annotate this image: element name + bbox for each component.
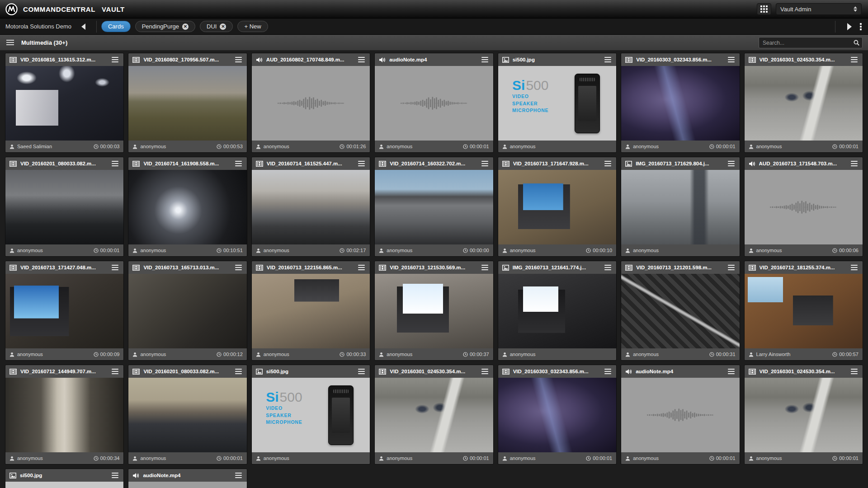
media-thumbnail[interactable] <box>498 378 616 452</box>
media-thumbnail[interactable] <box>128 482 246 488</box>
media-card[interactable]: VID_20160714_161908.558.m... anonymous 0… <box>128 157 246 256</box>
media-card[interactable]: VID_20160713_122156.865.m... anonymous 0… <box>252 261 370 360</box>
card-menu-button[interactable] <box>357 264 366 272</box>
media-card[interactable]: VID_20160714_160322.702.m... anonymous 0… <box>375 157 493 256</box>
media-card[interactable]: VID_20160712_144949.707.m... anonymous 0… <box>5 365 123 464</box>
section-menu-icon[interactable] <box>6 40 14 45</box>
media-card[interactable]: audioNote.mp4 anonymous 00:00:01 <box>621 365 739 464</box>
media-thumbnail[interactable] <box>128 66 246 141</box>
card-menu-button[interactable] <box>234 472 243 479</box>
media-thumbnail[interactable]: Si500 VIDEO SPEAKER MICROPHONE <box>498 66 616 141</box>
card-menu-button[interactable] <box>481 56 489 64</box>
media-thumbnail[interactable] <box>5 66 123 141</box>
card-menu-button[interactable] <box>727 56 736 64</box>
media-thumbnail[interactable]: Si500 VIDEO SPEAKER MICROPHONE <box>252 378 370 452</box>
media-thumbnail[interactable] <box>621 274 739 348</box>
media-card[interactable]: VID_20160713_171427.048.m... anonymous 0… <box>5 261 123 360</box>
search-icon[interactable] <box>854 40 859 46</box>
card-menu-button[interactable] <box>234 160 243 168</box>
card-menu-button[interactable] <box>481 368 489 375</box>
card-menu-button[interactable] <box>604 56 612 64</box>
user-role-select[interactable]: Vault Admin <box>776 3 862 15</box>
media-thumbnail[interactable] <box>375 170 493 244</box>
card-menu-button[interactable] <box>481 160 489 168</box>
media-thumbnail[interactable] <box>128 378 246 452</box>
media-card[interactable]: audioNote.mp4 <box>128 469 246 488</box>
media-thumbnail[interactable] <box>745 66 863 141</box>
media-card[interactable]: VID_20160713_121530.569.m... anonymous 0… <box>375 261 493 360</box>
media-thumbnail[interactable] <box>621 378 739 452</box>
tab-overflow-menu-icon[interactable] <box>859 22 863 31</box>
media-card[interactable]: VID_20160303_032343.856.m... anonymous 0… <box>498 365 616 464</box>
media-thumbnail[interactable] <box>252 274 370 348</box>
card-menu-button[interactable] <box>850 160 859 168</box>
media-card[interactable]: AUD_20160802_170748.849.m... anonymous 0… <box>252 53 370 152</box>
media-thumbnail[interactable] <box>5 378 123 452</box>
media-card[interactable]: VID_20160301_024530.354.m... anonymous 0… <box>375 365 493 464</box>
media-card[interactable]: VID_20160201_080033.082.m... anonymous 0… <box>5 157 123 256</box>
media-card[interactable]: VID_20160201_080033.082.m... anonymous 0… <box>128 365 246 464</box>
scroll-tabs-left-button[interactable] <box>81 23 85 30</box>
media-thumbnail[interactable] <box>745 170 863 244</box>
tab-dui[interactable]: DUI ✕ <box>200 21 233 32</box>
media-card[interactable]: VID_20160713_165713.013.m... anonymous 0… <box>128 261 246 360</box>
card-menu-button[interactable] <box>604 264 612 272</box>
media-card[interactable]: VID_20160301_024530.354.m... anonymous 0… <box>745 365 863 464</box>
tab-pendingpurge[interactable]: PendingPurge ✕ <box>135 21 195 32</box>
card-menu-button[interactable] <box>850 56 859 64</box>
card-menu-button[interactable] <box>111 368 119 375</box>
media-thumbnail[interactable] <box>745 378 863 452</box>
media-card[interactable]: si500.jpg Si500 VIDEO SPEAKER MICROPHONE… <box>498 53 616 152</box>
media-thumbnail[interactable] <box>5 274 123 348</box>
card-menu-button[interactable] <box>357 368 366 375</box>
media-thumbnail[interactable] <box>621 66 739 141</box>
media-thumbnail[interactable] <box>375 274 493 348</box>
media-thumbnail[interactable] <box>252 170 370 244</box>
tab-cards[interactable]: Cards <box>101 21 131 32</box>
media-thumbnail[interactable] <box>252 66 370 141</box>
media-card[interactable]: VID_20160712_181255.374.m... Larry Ainsw… <box>745 261 863 360</box>
media-thumbnail[interactable] <box>745 274 863 348</box>
media-thumbnail[interactable] <box>621 170 739 244</box>
media-card[interactable]: IMG_20160713_171629.804.j... anonymous <box>621 157 739 256</box>
card-menu-button[interactable] <box>111 264 119 272</box>
media-thumbnail[interactable] <box>375 66 493 141</box>
card-menu-button[interactable] <box>357 56 366 64</box>
media-card[interactable]: IMG_20160713_121641.774.j... anonymous <box>498 261 616 360</box>
card-menu-button[interactable] <box>111 160 119 168</box>
card-menu-button[interactable] <box>850 264 859 272</box>
search-input[interactable] <box>759 40 854 46</box>
media-thumbnail[interactable] <box>375 378 493 452</box>
media-card[interactable]: audioNote.mp4 anonymous 00:00:01 <box>375 53 493 152</box>
scroll-tabs-right-button[interactable] <box>847 23 852 30</box>
card-menu-button[interactable] <box>111 56 119 64</box>
media-thumbnail[interactable]: Si500 VIDEO SPEAKER MICROPHONE <box>5 482 123 488</box>
media-card[interactable]: VID_20160301_024530.354.m... anonymous 0… <box>745 53 863 152</box>
app-launcher-button[interactable] <box>757 3 771 15</box>
new-tab-button[interactable]: + New <box>237 21 268 32</box>
close-tab-icon[interactable]: ✕ <box>220 23 226 30</box>
card-menu-button[interactable] <box>727 160 736 168</box>
media-thumbnail[interactable] <box>498 170 616 244</box>
media-card[interactable]: VID_20160816_113615.312.m... Saeed Salim… <box>5 53 123 152</box>
close-tab-icon[interactable]: ✕ <box>182 23 189 30</box>
card-menu-button[interactable] <box>604 160 612 168</box>
card-menu-button[interactable] <box>481 264 489 272</box>
card-menu-button[interactable] <box>111 472 119 479</box>
media-card[interactable]: si500.jpg Si500 VIDEO SPEAKER MICROPHONE <box>5 469 123 488</box>
card-menu-button[interactable] <box>234 368 243 375</box>
media-thumbnail[interactable] <box>5 170 123 244</box>
media-card[interactable]: VID_20160714_161525.447.m... anonymous 0… <box>252 157 370 256</box>
card-menu-button[interactable] <box>234 264 243 272</box>
card-menu-button[interactable] <box>357 160 366 168</box>
media-thumbnail[interactable] <box>128 170 246 244</box>
card-menu-button[interactable] <box>727 368 736 375</box>
card-menu-button[interactable] <box>604 368 612 375</box>
card-menu-button[interactable] <box>727 264 736 272</box>
media-thumbnail[interactable] <box>128 274 246 348</box>
media-card[interactable]: VID_20160713_171647.928.m... anonymous 0… <box>498 157 616 256</box>
media-card[interactable]: VID_20160802_170956.507.m... anonymous 0… <box>128 53 246 152</box>
media-card[interactable]: si500.jpg Si500 VIDEO SPEAKER MICROPHONE… <box>252 365 370 464</box>
media-card[interactable]: VID_20160713_121201.598.m... anonymous 0… <box>621 261 739 360</box>
card-menu-button[interactable] <box>850 368 859 375</box>
